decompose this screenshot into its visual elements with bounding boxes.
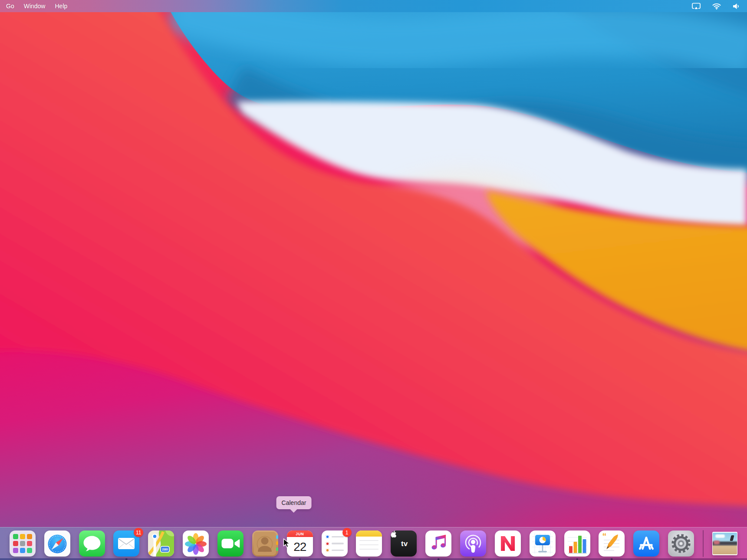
skater-figure bbox=[730, 535, 734, 541]
dock-item-apple-tv[interactable]: tv bbox=[391, 531, 417, 557]
keynote-icon bbox=[530, 531, 556, 557]
pages-quote-glyph: “ bbox=[602, 531, 606, 541]
dock-item-photos[interactable] bbox=[183, 531, 209, 557]
contacts-book-icon bbox=[252, 531, 278, 557]
dock-item-pages[interactable]: “ bbox=[599, 531, 625, 557]
running-indicator bbox=[438, 558, 440, 560]
photo-preview bbox=[713, 533, 737, 554]
menu-bar-status-area bbox=[692, 3, 741, 10]
launchpad-icon bbox=[10, 531, 36, 557]
dock-item-contacts[interactable] bbox=[252, 531, 278, 557]
menu-item-go[interactable]: Go bbox=[6, 3, 14, 10]
maps-icon: 280 bbox=[148, 531, 174, 557]
dock-item-safari[interactable] bbox=[44, 531, 70, 557]
dock-tooltip: Calendar bbox=[276, 496, 312, 509]
news-icon bbox=[495, 531, 521, 557]
dock-item-mail[interactable]: 11 bbox=[113, 531, 139, 557]
messages-bubble-icon bbox=[79, 531, 105, 557]
calendar-month-label: JUN bbox=[287, 531, 313, 537]
dock: 11 280 bbox=[0, 527, 747, 560]
dock-item-numbers[interactable] bbox=[564, 531, 590, 557]
running-indicator bbox=[368, 558, 370, 560]
podcasts-icon bbox=[460, 531, 486, 557]
app-store-icon bbox=[633, 531, 659, 557]
dock-item-messages[interactable] bbox=[79, 531, 105, 557]
apple-tv-icon: tv bbox=[391, 531, 417, 557]
dock-recent-photo-thumbnail[interactable] bbox=[712, 532, 737, 555]
dock-item-system-preferences[interactable] bbox=[668, 531, 694, 557]
running-indicator bbox=[576, 558, 578, 560]
running-indicator bbox=[195, 558, 197, 560]
dock-item-news[interactable] bbox=[495, 531, 521, 557]
gear-icon bbox=[668, 531, 694, 557]
running-indicator bbox=[299, 558, 301, 560]
mouse-cursor-arrow bbox=[283, 538, 292, 550]
facetime-camera-icon bbox=[217, 531, 244, 557]
dock-item-music[interactable] bbox=[425, 531, 451, 557]
apple-tv-label: tv bbox=[401, 540, 408, 547]
running-indicator bbox=[472, 558, 474, 560]
desktop: Go Window Help bbox=[0, 0, 747, 560]
cloud-shape bbox=[715, 534, 725, 538]
music-note-icon bbox=[425, 531, 451, 557]
running-indicator bbox=[125, 558, 128, 560]
dock-item-reminders[interactable]: 1 bbox=[322, 531, 348, 557]
svg-text:280: 280 bbox=[162, 547, 168, 551]
pages-pen-icon: “ bbox=[599, 531, 625, 557]
dock-item-keynote[interactable] bbox=[530, 531, 556, 557]
mail-badge: 11 bbox=[134, 528, 143, 537]
dock-item-facetime[interactable] bbox=[217, 531, 244, 557]
dock-separator bbox=[703, 530, 704, 557]
wallpaper-big-sur bbox=[0, 0, 747, 560]
notes-icon bbox=[356, 531, 382, 557]
numbers-chart-icon bbox=[564, 531, 590, 557]
screen-mirroring-icon[interactable] bbox=[692, 3, 701, 10]
running-indicator bbox=[611, 558, 613, 560]
dock-item-app-store[interactable] bbox=[633, 531, 659, 557]
dock-item-maps[interactable]: 280 bbox=[148, 531, 174, 557]
pink-smudge bbox=[714, 540, 720, 544]
menu-bar: Go Window Help bbox=[0, 0, 747, 12]
reminders-badge: 1 bbox=[342, 528, 352, 537]
wifi-icon[interactable] bbox=[712, 3, 721, 10]
dock-item-notes[interactable] bbox=[356, 531, 382, 557]
menu-item-window[interactable]: Window bbox=[24, 3, 46, 10]
dock-item-podcasts[interactable] bbox=[460, 531, 486, 557]
photos-pinwheel-icon bbox=[183, 531, 209, 557]
volume-icon[interactable] bbox=[733, 3, 740, 10]
dock-item-launchpad[interactable] bbox=[10, 531, 36, 557]
safari-compass-icon bbox=[44, 531, 70, 557]
menu-item-help[interactable]: Help bbox=[55, 3, 67, 10]
